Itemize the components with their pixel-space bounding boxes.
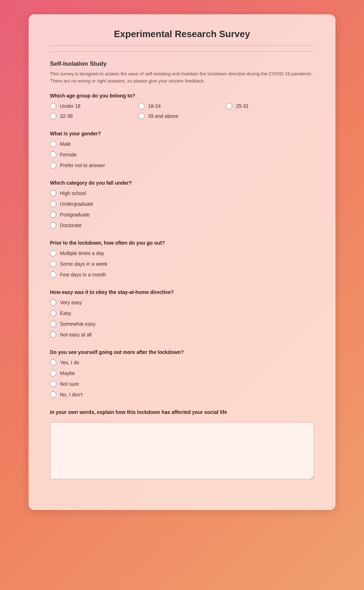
age-label-under18: Under 18 xyxy=(60,103,81,109)
question-label-go-out: Prior to the lockdown, how often do you … xyxy=(50,240,314,246)
gender-option-prefer-not[interactable]: Prefer not to answer xyxy=(50,162,314,169)
go-out-option-some-days[interactable]: Some days in a week xyxy=(50,261,314,267)
question-label-stay-home: How easy was it to obey the stay-at-home… xyxy=(50,289,314,295)
age-label-32-38: 32-38 xyxy=(60,113,73,119)
category-radio-doctorate[interactable] xyxy=(50,222,56,229)
going-out-after-options: Yes, I do Maybe Not sure No, I don't xyxy=(50,359,314,398)
stay-home-option-not-easy[interactable]: Not easy at all xyxy=(50,331,314,338)
go-out-radio-few-days[interactable] xyxy=(50,271,56,278)
category-radio-postgraduate[interactable] xyxy=(50,211,56,218)
stay-home-options: Very easy Easy Somewhat easy Not easy at… xyxy=(50,299,314,338)
go-out-radio-multiple[interactable] xyxy=(50,250,56,256)
question-go-out: Prior to the lockdown, how often do you … xyxy=(50,240,314,278)
stay-home-radio-very-easy[interactable] xyxy=(50,299,56,306)
going-out-after-option-maybe[interactable]: Maybe xyxy=(50,370,314,376)
gender-option-female[interactable]: Female xyxy=(50,151,314,158)
go-out-options: Multiple times a day Some days in a week… xyxy=(50,250,314,278)
age-radio-18-24[interactable] xyxy=(138,103,145,109)
go-out-label-some-days: Some days in a week xyxy=(60,261,107,267)
gender-option-male[interactable]: Male xyxy=(50,141,314,147)
age-option-under18[interactable]: Under 18 xyxy=(50,103,138,109)
go-out-option-multiple[interactable]: Multiple times a day xyxy=(50,250,314,256)
question-category: Which category do you fall under? High s… xyxy=(50,180,314,229)
gender-radio-prefer-not[interactable] xyxy=(50,162,56,169)
age-option-39-above[interactable]: 39 and above xyxy=(138,113,226,119)
age-radio-25-31[interactable] xyxy=(226,103,232,109)
question-social-life: In your own words, explain how this lock… xyxy=(50,409,314,481)
question-age-group: Which age group do you belong to? Under … xyxy=(50,93,314,119)
age-label-18-24: 18-24 xyxy=(148,103,161,109)
category-option-doctorate[interactable]: Doctorate xyxy=(50,222,314,229)
survey-title: Experimental Research Survey xyxy=(50,29,314,46)
survey-description: This survey is designed to assess the ea… xyxy=(50,70,314,84)
age-radio-32-38[interactable] xyxy=(50,113,56,119)
age-label-39-above: 39 and above xyxy=(148,113,178,119)
category-radio-undergraduate[interactable] xyxy=(50,201,56,207)
question-going-out-after: Do you see yourself going out more after… xyxy=(50,349,314,398)
go-out-option-few-days[interactable]: Few days in a month xyxy=(50,271,314,278)
social-life-textarea[interactable] xyxy=(50,422,314,479)
stay-home-label-not-easy: Not easy at all xyxy=(60,332,92,338)
going-out-after-option-yes[interactable]: Yes, I do xyxy=(50,359,314,366)
go-out-label-multiple: Multiple times a day xyxy=(60,250,104,256)
question-label-category: Which category do you fall under? xyxy=(50,180,314,186)
stay-home-label-very-easy: Very easy xyxy=(60,300,82,305)
category-label-highschool: High school xyxy=(60,190,86,196)
going-out-after-radio-no[interactable] xyxy=(50,391,56,398)
question-label-gender: What is your gender? xyxy=(50,131,314,136)
category-label-doctorate: Doctorate xyxy=(60,222,82,228)
category-option-highschool[interactable]: High school xyxy=(50,190,314,196)
going-out-after-radio-not-sure[interactable] xyxy=(50,381,56,387)
category-option-postgraduate[interactable]: Postgraduate xyxy=(50,211,314,218)
category-label-undergraduate: Undergraduate xyxy=(60,201,93,207)
stay-home-label-somewhat-easy: Somewhat easy xyxy=(60,321,96,327)
going-out-after-label-maybe: Maybe xyxy=(60,370,75,376)
stay-home-radio-not-easy[interactable] xyxy=(50,331,56,338)
going-out-after-option-not-sure[interactable]: Not sure xyxy=(50,381,314,387)
going-out-after-label-not-sure: Not sure xyxy=(60,381,79,387)
question-label-social-life: In your own words, explain how this lock… xyxy=(50,409,314,415)
age-option-18-24[interactable]: 18-24 xyxy=(138,103,226,109)
category-option-undergraduate[interactable]: Undergraduate xyxy=(50,201,314,207)
survey-card: Experimental Research Survey Self-Isolat… xyxy=(29,14,335,510)
survey-subtitle: Self-Isolation Study xyxy=(50,60,314,68)
stay-home-radio-easy[interactable] xyxy=(50,310,56,316)
going-out-after-radio-yes[interactable] xyxy=(50,359,56,366)
question-label-age: Which age group do you belong to? xyxy=(50,93,314,99)
go-out-label-few-days: Few days in a month xyxy=(60,272,106,278)
age-radio-39-above[interactable] xyxy=(138,113,145,119)
age-options-grid: Under 18 18-24 25-31 32-38 39 and above xyxy=(50,103,314,119)
stay-home-radio-somewhat-easy[interactable] xyxy=(50,321,56,327)
going-out-after-label-no: No, I don't xyxy=(60,392,82,398)
question-label-going-out-after: Do you see yourself going out more after… xyxy=(50,349,314,355)
going-out-after-option-no[interactable]: No, I don't xyxy=(50,391,314,398)
going-out-after-radio-maybe[interactable] xyxy=(50,370,56,376)
go-out-radio-some-days[interactable] xyxy=(50,261,56,267)
stay-home-label-easy: Easy xyxy=(60,310,71,316)
gender-label-female: Female xyxy=(60,152,77,158)
age-radio-under18[interactable] xyxy=(50,103,56,109)
question-gender: What is your gender? Male Female Prefer … xyxy=(50,131,314,169)
gender-radio-female[interactable] xyxy=(50,151,56,158)
going-out-after-label-yes: Yes, I do xyxy=(60,360,79,365)
gender-label-prefer-not: Prefer not to answer xyxy=(60,162,105,168)
gender-radio-male[interactable] xyxy=(50,141,56,147)
age-option-25-31[interactable]: 25-31 xyxy=(226,103,314,109)
stay-home-option-somewhat-easy[interactable]: Somewhat easy xyxy=(50,321,314,327)
gender-options: Male Female Prefer not to answer xyxy=(50,141,314,169)
category-radio-highschool[interactable] xyxy=(50,190,56,196)
category-options: High school Undergraduate Postgraduate D… xyxy=(50,190,314,229)
gender-label-male: Male xyxy=(60,141,71,147)
question-stay-home: How easy was it to obey the stay-at-home… xyxy=(50,289,314,338)
category-label-postgraduate: Postgraduate xyxy=(60,212,90,218)
stay-home-option-very-easy[interactable]: Very easy xyxy=(50,299,314,306)
age-option-32-38[interactable]: 32-38 xyxy=(50,113,138,119)
age-label-25-31: 25-31 xyxy=(236,103,249,109)
stay-home-option-easy[interactable]: Easy xyxy=(50,310,314,316)
